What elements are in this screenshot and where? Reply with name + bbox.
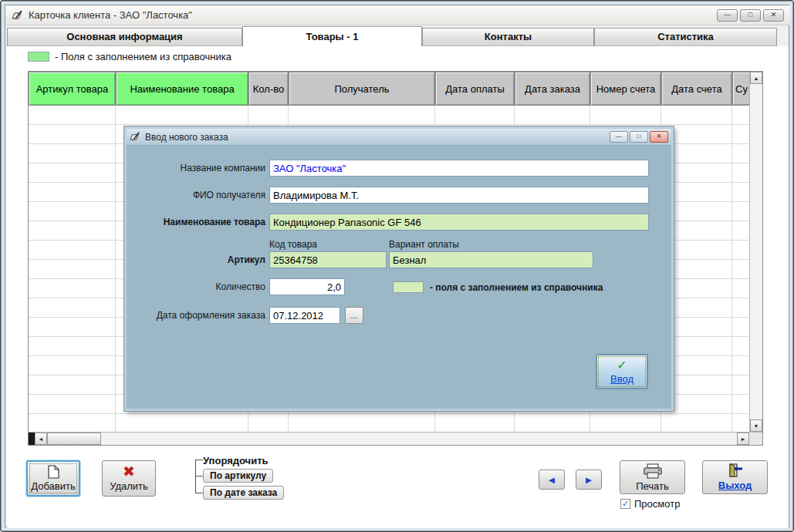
table-cell[interactable] <box>29 241 116 259</box>
table-cell[interactable] <box>29 337 116 355</box>
table-cell[interactable] <box>29 375 116 394</box>
table-cell[interactable] <box>29 414 116 432</box>
table-cell[interactable] <box>732 318 749 336</box>
table-cell[interactable] <box>29 395 116 413</box>
table-cell[interactable] <box>732 144 749 163</box>
table-cell[interactable] <box>732 298 749 317</box>
table-cell[interactable] <box>732 260 749 278</box>
tab-bar: Основная информация Товары - 1 Контакты … <box>7 26 789 47</box>
submit-button[interactable]: ✓ Ввод <box>596 354 648 389</box>
scroll-right-icon[interactable]: ► <box>737 433 749 445</box>
window-title: Карточка клиента - ЗАО "Ласточка" <box>29 9 192 21</box>
table-cell[interactable] <box>732 125 749 143</box>
vertical-scrollbar[interactable]: ▲ ▼ <box>749 72 762 432</box>
payment-input[interactable] <box>389 251 593 268</box>
add-button[interactable]: Добавить <box>26 460 80 497</box>
print-button[interactable]: Печать <box>620 460 685 494</box>
dialog-close-icon[interactable]: ✕ <box>650 131 668 143</box>
table-cell[interactable] <box>590 414 661 432</box>
table-cell[interactable] <box>732 337 749 355</box>
table-cell[interactable] <box>29 221 116 240</box>
table-cell[interactable] <box>435 414 515 432</box>
order-date-input[interactable] <box>269 307 340 324</box>
table-cell[interactable] <box>732 356 749 375</box>
table-cell[interactable] <box>590 106 661 124</box>
table-row <box>29 414 749 432</box>
scrollbar-corner <box>749 433 762 445</box>
tab-products[interactable]: Товары - 1 <box>242 26 422 47</box>
table-cell[interactable] <box>29 144 116 163</box>
table-cell[interactable] <box>732 221 749 240</box>
table-cell[interactable] <box>29 106 116 124</box>
writing-hand-icon <box>12 10 24 21</box>
next-record-button[interactable]: ► <box>576 470 602 490</box>
table-cell[interactable] <box>29 260 116 278</box>
product-code-label: Код товара <box>269 239 317 250</box>
table-cell[interactable] <box>732 163 749 182</box>
table-cell[interactable] <box>248 106 289 124</box>
preview-label: Просмотр <box>634 498 680 510</box>
exit-button[interactable]: Выход <box>702 460 768 494</box>
table-cell[interactable] <box>732 241 749 259</box>
exit-label: Выход <box>718 480 752 491</box>
table-cell[interactable] <box>732 183 749 201</box>
table-cell[interactable] <box>289 106 435 124</box>
tab-contacts[interactable]: Контакты <box>422 28 594 46</box>
minimize-icon[interactable]: — <box>717 9 738 22</box>
recipient-input[interactable] <box>269 187 649 204</box>
maximize-icon[interactable]: □ <box>740 9 761 22</box>
table-cell[interactable] <box>435 106 515 124</box>
table-cell[interactable] <box>661 414 732 432</box>
delete-label: Удалить <box>110 480 148 492</box>
dialog-restore-icon[interactable]: □ <box>630 131 648 143</box>
quantity-input[interactable] <box>269 278 345 295</box>
table-cell[interactable] <box>29 202 116 221</box>
tab-statistics[interactable]: Статистика <box>594 28 777 46</box>
scroll-left-icon[interactable]: ◄ <box>35 433 47 445</box>
close-icon[interactable]: ✕ <box>763 9 784 22</box>
new-order-dialog: Ввод нового заказа — □ ✕ Название компан… <box>124 126 674 411</box>
table-cell[interactable] <box>29 279 116 298</box>
table-cell[interactable] <box>732 375 749 394</box>
table-cell[interactable] <box>732 279 749 298</box>
table-cell[interactable] <box>732 106 749 124</box>
table-cell[interactable] <box>29 125 116 143</box>
table-cell[interactable] <box>116 414 248 432</box>
article-input[interactable] <box>269 251 387 268</box>
scroll-up-icon[interactable]: ▲ <box>750 72 762 84</box>
sort-by-article-button[interactable]: По артикулу <box>203 469 273 483</box>
table-cell[interactable] <box>29 163 116 182</box>
scrollbar-track[interactable] <box>101 433 737 445</box>
scrollbar-thumb[interactable] <box>47 433 101 445</box>
prev-record-button[interactable]: ◄ <box>539 470 565 490</box>
column-header: Артикул товара <box>29 72 116 106</box>
preview-checkbox[interactable]: ✓ <box>620 499 630 509</box>
table-cell[interactable] <box>661 106 732 124</box>
sort-by-order-date-button[interactable]: По дате заказа <box>203 486 284 500</box>
recipient-label: ФИО получателя <box>133 190 265 200</box>
table-cell[interactable] <box>29 356 116 375</box>
date-picker-button[interactable]: ... <box>345 307 363 324</box>
company-input[interactable] <box>269 160 649 177</box>
table-cell[interactable] <box>515 414 590 432</box>
table-cell[interactable] <box>732 395 749 413</box>
decorative-line <box>195 460 203 460</box>
dialog-minimize-icon[interactable]: — <box>610 131 628 143</box>
table-cell[interactable] <box>515 106 590 124</box>
horizontal-scrollbar[interactable]: ◄ ► <box>29 432 762 445</box>
table-cell[interactable] <box>29 298 116 317</box>
product-input[interactable] <box>269 214 649 231</box>
table-cell[interactable] <box>289 414 435 432</box>
table-cell[interactable] <box>29 318 116 336</box>
scroll-down-icon[interactable]: ▼ <box>750 419 762 432</box>
delete-button[interactable]: ✖ Удалить <box>102 460 156 497</box>
table-cell[interactable] <box>248 414 289 432</box>
payment-option-label: Вариант оплаты <box>389 239 459 250</box>
table-cell[interactable] <box>732 414 749 432</box>
table-cell[interactable] <box>116 106 248 124</box>
table-cell[interactable] <box>29 183 116 201</box>
article-label: Артикул <box>133 254 265 265</box>
table-cell[interactable] <box>732 202 749 221</box>
focus-outline <box>599 357 645 386</box>
tab-main-info[interactable]: Основная информация <box>7 28 242 46</box>
